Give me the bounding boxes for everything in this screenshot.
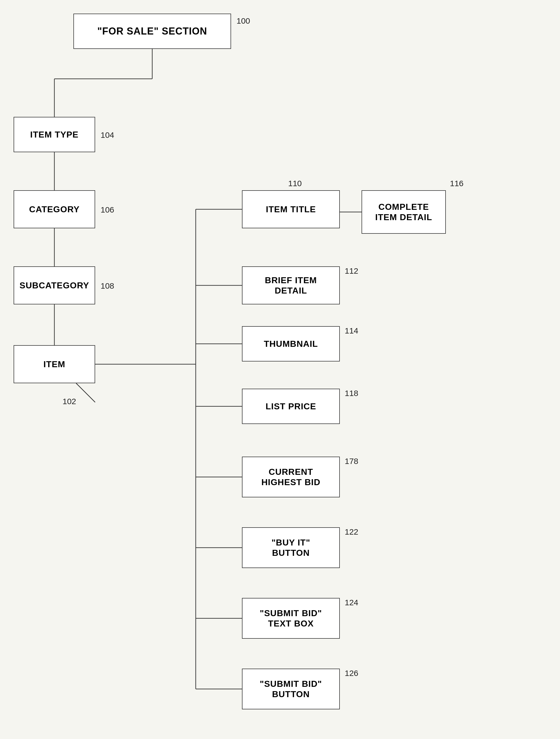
item-type-label: ITEM TYPE <box>30 129 79 140</box>
subcategory-label: SUBCATEGORY <box>20 280 89 291</box>
buy-it-button-box: "BUY IT" BUTTON <box>242 527 340 568</box>
ref-122: 122 <box>345 527 358 537</box>
submit-bid-button-label: "SUBMIT BID" BUTTON <box>260 679 322 700</box>
for-sale-label: "FOR SALE" SECTION <box>97 25 207 37</box>
ref-102: 102 <box>62 397 76 406</box>
subcategory-box: SUBCATEGORY <box>14 266 95 304</box>
current-highest-bid-box: CURRENT HIGHEST BID <box>242 457 340 497</box>
item-title-box: ITEM TITLE <box>242 190 340 228</box>
ref-114: 114 <box>345 326 358 335</box>
submit-bid-textbox-box: "SUBMIT BID" TEXT BOX <box>242 598 340 639</box>
complete-item-detail-label: COMPLETE ITEM DETAIL <box>375 202 432 223</box>
ref-116: 116 <box>450 179 463 188</box>
ref-126: 126 <box>345 669 358 678</box>
complete-item-detail-box: COMPLETE ITEM DETAIL <box>362 190 446 234</box>
item-box: ITEM <box>14 345 95 383</box>
submit-bid-textbox-label: "SUBMIT BID" TEXT BOX <box>260 608 322 629</box>
svg-line-7 <box>76 383 95 402</box>
ref-118: 118 <box>345 389 358 398</box>
category-label: CATEGORY <box>29 204 80 214</box>
ref-106: 106 <box>101 205 114 214</box>
item-title-label: ITEM TITLE <box>266 204 316 214</box>
buy-it-button-label: "BUY IT" BUTTON <box>272 537 310 558</box>
thumbnail-box: THUMBNAIL <box>242 326 340 361</box>
category-box: CATEGORY <box>14 190 95 228</box>
for-sale-box: "FOR SALE" SECTION <box>74 14 231 49</box>
submit-bid-button-box: "SUBMIT BID" BUTTON <box>242 669 340 709</box>
ref-110: 110 <box>288 179 302 188</box>
list-price-box: LIST PRICE <box>242 389 340 424</box>
brief-item-detail-box: BRIEF ITEM DETAIL <box>242 266 340 304</box>
thumbnail-label: THUMBNAIL <box>264 339 318 349</box>
ref-124: 124 <box>345 598 358 607</box>
item-type-box: ITEM TYPE <box>14 117 95 152</box>
brief-item-detail-label: BRIEF ITEM DETAIL <box>265 275 317 296</box>
ref-178: 178 <box>345 457 358 466</box>
list-price-label: LIST PRICE <box>266 401 316 412</box>
ref-112: 112 <box>345 266 358 276</box>
item-label: ITEM <box>43 359 65 370</box>
ref-104: 104 <box>101 130 114 140</box>
ref-108: 108 <box>101 281 114 291</box>
diagram-container: "FOR SALE" SECTION 100 ITEM TYPE 104 CAT… <box>0 0 560 739</box>
current-highest-bid-label: CURRENT HIGHEST BID <box>261 467 320 487</box>
ref-100: 100 <box>237 16 250 25</box>
